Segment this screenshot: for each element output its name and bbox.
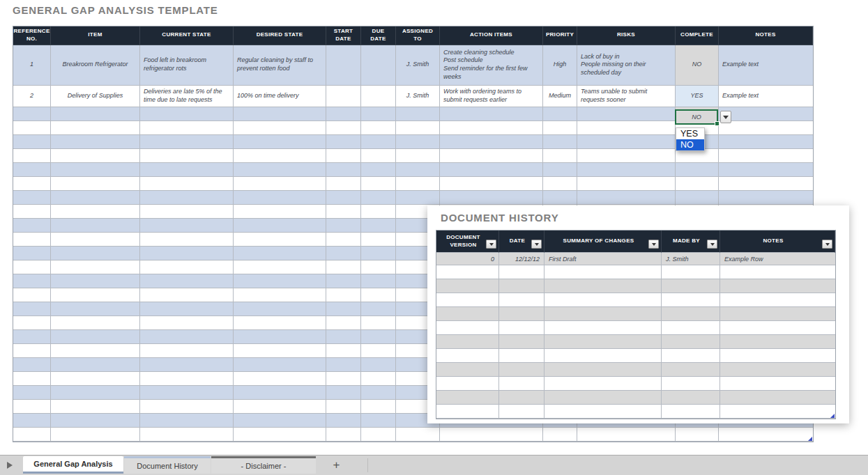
gap-cell[interactable] — [13, 358, 51, 372]
gap-cell[interactable] — [396, 428, 440, 442]
gap-cell[interactable] — [396, 191, 440, 205]
gap-header-cell[interactable]: REFERENCE NO. — [13, 26, 51, 45]
gap-cell[interactable] — [13, 135, 51, 149]
gap-cell[interactable] — [13, 121, 51, 135]
gap-cell[interactable]: Regular cleaning by staff to prevent rot… — [234, 45, 326, 86]
gap-cell[interactable] — [719, 428, 813, 442]
gap-cell[interactable] — [440, 428, 543, 442]
table-resize-handle[interactable] — [808, 437, 812, 441]
doc-cell[interactable] — [720, 391, 835, 405]
gap-cell[interactable] — [234, 191, 326, 205]
gap-cell[interactable] — [361, 135, 396, 149]
doc-cell[interactable] — [499, 349, 545, 363]
gap-cell[interactable] — [13, 386, 51, 400]
gap-cell[interactable] — [326, 163, 361, 177]
gap-cell[interactable] — [361, 247, 396, 260]
gap-cell[interactable] — [51, 260, 140, 274]
gap-cell[interactable] — [51, 233, 140, 247]
gap-cell[interactable] — [326, 386, 361, 400]
gap-cell[interactable] — [140, 121, 234, 135]
gap-cell[interactable] — [361, 274, 396, 288]
gap-cell[interactable] — [13, 302, 51, 316]
gap-cell[interactable] — [140, 191, 234, 205]
doc-cell[interactable] — [499, 321, 545, 335]
gap-cell[interactable] — [543, 163, 577, 177]
gap-cell[interactable] — [577, 107, 676, 121]
gap-cell[interactable]: Medium — [543, 86, 577, 107]
doc-cell[interactable]: Example Row — [720, 253, 835, 265]
gap-cell[interactable] — [234, 428, 326, 442]
doc-cell[interactable] — [720, 405, 835, 419]
gap-cell[interactable] — [140, 302, 234, 316]
gap-cell[interactable] — [234, 149, 326, 163]
doc-header-cell[interactable]: MADE BY — [662, 231, 720, 253]
gap-cell[interactable] — [543, 149, 577, 163]
gap-cell[interactable]: J. Smith — [396, 86, 440, 107]
gap-cell[interactable] — [51, 121, 140, 135]
gap-cell[interactable] — [326, 260, 361, 274]
doc-cell[interactable] — [545, 307, 662, 321]
gap-cell[interactable] — [13, 372, 51, 386]
tab-disclaimer[interactable]: - Disclaimer - — [211, 456, 316, 474]
gap-cell[interactable] — [140, 358, 234, 372]
doc-cell[interactable] — [662, 307, 720, 321]
doc-cell[interactable] — [436, 293, 499, 307]
gap-cell[interactable] — [326, 191, 361, 205]
gap-cell[interactable] — [361, 121, 396, 135]
gap-cell[interactable] — [234, 135, 326, 149]
gap-cell[interactable] — [719, 163, 813, 177]
doc-cell[interactable] — [545, 349, 662, 363]
gap-cell[interactable] — [396, 163, 440, 177]
doc-cell[interactable] — [662, 405, 720, 419]
gap-cell[interactable] — [234, 121, 326, 135]
gap-cell[interactable] — [577, 149, 676, 163]
gap-cell[interactable] — [234, 316, 326, 330]
doc-cell[interactable] — [436, 363, 499, 377]
add-sheet-button[interactable]: + — [317, 456, 356, 474]
gap-cell[interactable] — [543, 191, 577, 205]
gap-cell[interactable] — [140, 330, 234, 344]
gap-cell[interactable] — [326, 316, 361, 330]
gap-cell[interactable]: NO — [676, 45, 719, 86]
gap-cell[interactable] — [234, 288, 326, 302]
gap-cell[interactable] — [140, 135, 234, 149]
gap-cell[interactable] — [13, 316, 51, 330]
gap-cell[interactable] — [326, 372, 361, 386]
gap-cell[interactable] — [234, 107, 326, 121]
gap-cell[interactable] — [361, 163, 396, 177]
gap-cell[interactable] — [543, 107, 577, 121]
doc-cell[interactable] — [436, 265, 499, 279]
gap-cell[interactable] — [326, 330, 361, 344]
doc-cell[interactable] — [720, 349, 835, 363]
gap-cell[interactable] — [361, 302, 396, 316]
gap-cell[interactable] — [326, 135, 361, 149]
gap-cell[interactable] — [440, 191, 543, 205]
doc-cell[interactable] — [720, 363, 835, 377]
gap-cell[interactable] — [140, 372, 234, 386]
gap-cell[interactable] — [676, 177, 719, 191]
gap-cell[interactable] — [51, 386, 140, 400]
gap-cell[interactable] — [51, 177, 140, 191]
doc-cell[interactable] — [499, 279, 545, 293]
doc-cell[interactable] — [720, 293, 835, 307]
gap-cell[interactable] — [51, 344, 140, 358]
gap-cell[interactable] — [234, 400, 326, 414]
gap-cell[interactable] — [440, 135, 543, 149]
gap-cell[interactable] — [13, 344, 51, 358]
gap-cell[interactable] — [361, 149, 396, 163]
gap-cell[interactable] — [51, 400, 140, 414]
doc-cell[interactable] — [545, 321, 662, 335]
filter-dropdown-button[interactable] — [707, 240, 717, 249]
gap-cell[interactable] — [719, 177, 813, 191]
doc-cell[interactable] — [662, 265, 720, 279]
doc-cell[interactable] — [499, 377, 545, 391]
gap-cell[interactable] — [361, 233, 396, 247]
doc-cell[interactable]: 12/12/12 — [499, 253, 545, 265]
gap-cell[interactable]: Teams unable to submit requests sooner — [577, 86, 676, 107]
gap-cell[interactable] — [719, 135, 813, 149]
gap-cell[interactable] — [361, 177, 396, 191]
gap-cell[interactable] — [51, 428, 140, 442]
gap-cell[interactable] — [361, 316, 396, 330]
doc-table-resize-handle[interactable] — [830, 414, 835, 418]
gap-cell[interactable] — [140, 414, 234, 428]
